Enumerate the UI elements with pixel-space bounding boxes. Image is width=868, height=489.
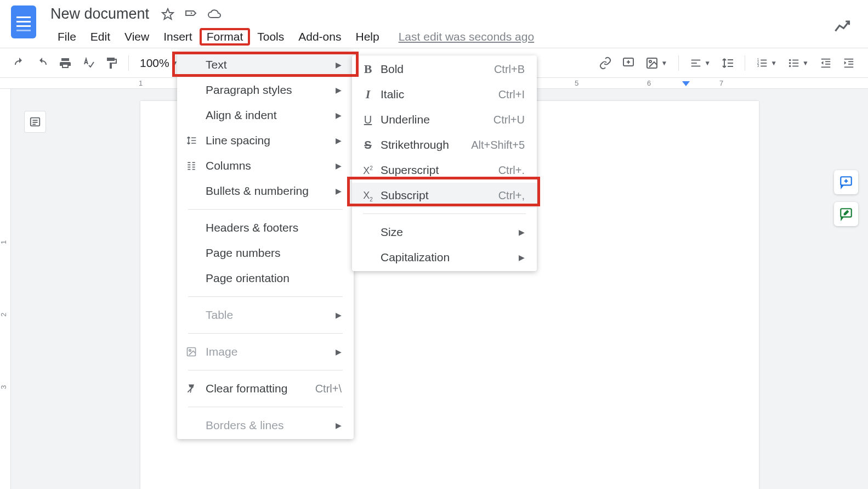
submenu-arrow-icon: ▶ [519,228,525,237]
activity-icon[interactable] [834,19,850,35]
ruler-tick: 6 [647,79,651,87]
submenu-arrow-icon: ▶ [336,161,342,170]
svg-marker-23 [821,61,824,64]
menu-item-label: Page orientation [206,272,290,285]
svg-point-44 [189,350,191,351]
insert-link-button[interactable] [596,54,615,72]
menu-item-label: Bullets & numbering [206,184,309,198]
menu-help[interactable]: Help [348,28,386,46]
insert-image-button[interactable]: ▼ [642,57,671,70]
redo-button[interactable] [33,54,52,72]
menu-separator [188,209,343,210]
add-comment-fab[interactable] [834,170,858,194]
svg-marker-28 [844,61,847,64]
menu-separator [188,296,343,297]
menu-item-shortcut: Ctrl+U [493,114,525,126]
menu-item-icon: B [361,62,375,76]
menu-item-icon: X2 [361,189,375,203]
document-title[interactable]: New document [50,5,149,23]
zoom-select[interactable]: 100% ▼ [137,57,181,70]
menu-item-icon [186,383,200,394]
toolbar-separator [678,55,679,71]
text-item-superscript[interactable]: X2SuperscriptCtrl+. [352,158,537,183]
show-outline-button[interactable] [24,111,46,133]
spellcheck-button[interactable] [79,54,98,72]
text-item-size[interactable]: Size▶ [352,220,537,245]
submenu-arrow-icon: ▶ [336,187,342,195]
submenu-arrow-icon: ▶ [519,253,525,262]
cloud-status-icon[interactable] [207,8,222,21]
menu-separator [188,370,343,370]
menu-separator [188,333,343,334]
format-item-headers-footers[interactable]: Headers & footers [177,215,354,240]
svg-point-17 [789,62,791,64]
menu-item-label: Columns [206,159,251,172]
last-edit-link[interactable]: Last edit was seconds ago [399,30,535,43]
zoom-value: 100% [140,57,169,70]
menu-item-shortcut: Ctrl+\ [315,383,342,395]
bulleted-list-button[interactable]: ▼ [785,57,812,69]
format-item-borders-lines: Borders & lines▶ [177,413,354,438]
format-item-columns[interactable]: Columns▶ [177,153,354,178]
chevron-down-icon: ▼ [802,59,809,67]
menu-item-label: Superscript [381,164,439,177]
menu-item-shortcut: Alt+Shift+5 [471,139,525,151]
text-submenu-dropdown: BBoldCtrl+BIItalicCtrl+IUUnderlineCtrl+U… [352,55,537,271]
text-item-bold[interactable]: BBoldCtrl+B [352,57,537,82]
menu-addons[interactable]: Add-ons [291,28,348,46]
menu-item-icon: S [361,139,375,151]
ruler-tick: 1 [139,79,143,87]
increase-indent-button[interactable] [839,54,858,72]
vertical-ruler[interactable]: 1 2 3 [0,89,11,489]
submenu-arrow-icon: ▶ [336,111,342,120]
menu-insert[interactable]: Insert [156,28,200,46]
print-button[interactable] [56,54,75,72]
format-item-page-numbers[interactable]: Page numbers [177,240,354,266]
text-item-capitalization[interactable]: Capitalization▶ [352,245,537,270]
docs-logo-icon[interactable] [11,5,36,38]
text-item-strikethrough[interactable]: SStrikethroughAlt+Shift+5 [352,132,537,158]
format-item-clear-formatting[interactable]: Clear formattingCtrl+\ [177,376,354,401]
submenu-arrow-icon: ▶ [336,311,342,319]
menu-file[interactable]: File [50,28,83,46]
format-item-paragraph-styles[interactable]: Paragraph styles▶ [177,77,354,103]
menu-edit[interactable]: Edit [83,28,117,46]
menu-item-icon [186,346,200,357]
text-item-underline[interactable]: UUnderlineCtrl+U [352,107,537,132]
decrease-indent-button[interactable] [816,54,835,72]
menu-item-label: Size [381,226,403,239]
numbered-list-button[interactable]: 123▼ [753,57,780,69]
star-icon[interactable] [161,8,174,21]
add-comment-button[interactable] [619,54,638,72]
menu-view[interactable]: View [117,28,156,46]
menu-item-label: Bold [381,63,404,76]
menu-tools[interactable]: Tools [250,28,291,46]
toolbar-separator [745,55,745,71]
line-spacing-button[interactable] [718,54,737,72]
format-item-line-spacing[interactable]: Line spacing▶ [177,128,354,153]
menu-item-label: Strikethrough [381,138,449,151]
submenu-arrow-icon: ▶ [336,421,342,430]
suggest-edits-fab[interactable] [834,202,858,226]
right-indent-marker[interactable] [682,81,690,86]
text-item-italic[interactable]: IItalicCtrl+I [352,82,537,107]
align-button[interactable]: ▼ [687,57,714,69]
format-item-page-orientation[interactable]: Page orientation [177,266,354,291]
ruler-tick: 3 [0,385,8,389]
svg-point-3 [649,60,651,63]
menu-item-label: Text [206,58,227,71]
paint-format-button[interactable] [102,54,121,72]
text-item-subscript[interactable]: X2SubscriptCtrl+, [352,183,537,208]
menu-item-label: Underline [381,113,430,126]
menu-item-icon: I [361,87,375,102]
format-dropdown: Text▶Paragraph styles▶Align & indent▶Lin… [177,51,354,439]
format-item-text[interactable]: Text▶ [177,52,354,77]
format-item-bullets-numbering[interactable]: Bullets & numbering▶ [177,178,354,204]
move-icon[interactable] [184,8,197,21]
menu-item-label: Image [206,345,237,358]
menu-item-icon: X2 [361,164,375,177]
undo-button[interactable] [10,54,29,72]
submenu-arrow-icon: ▶ [336,86,342,94]
menu-format[interactable]: Format [200,28,251,46]
format-item-align-indent[interactable]: Align & indent▶ [177,103,354,128]
